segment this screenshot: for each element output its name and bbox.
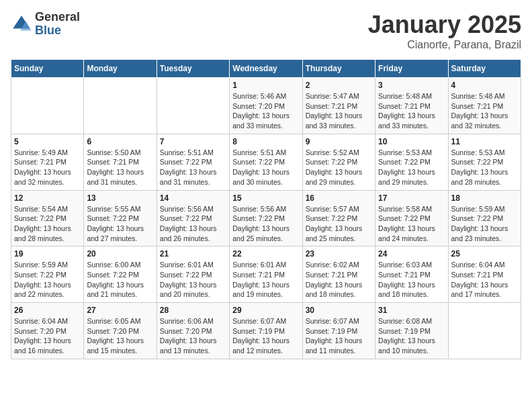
- calendar-cell: 28Sunrise: 6:06 AMSunset: 7:20 PMDayligh…: [157, 303, 229, 359]
- day-info: Sunrise: 6:04 AMSunset: 7:21 PMDaylight:…: [451, 260, 518, 300]
- day-info: Sunrise: 6:01 AMSunset: 7:22 PMDaylight:…: [160, 260, 226, 300]
- calendar-cell: 10Sunrise: 5:53 AMSunset: 7:22 PMDayligh…: [375, 134, 448, 190]
- calendar-cell: 30Sunrise: 6:07 AMSunset: 7:19 PMDayligh…: [302, 303, 375, 359]
- day-number: 2: [306, 81, 372, 90]
- title-block: January 2025 Cianorte, Parana, Brazil: [368, 11, 521, 51]
- calendar-cell: 31Sunrise: 6:08 AMSunset: 7:19 PMDayligh…: [375, 303, 448, 359]
- calendar-cell: 14Sunrise: 5:56 AMSunset: 7:22 PMDayligh…: [157, 190, 229, 246]
- logo-blue: Blue: [35, 24, 80, 38]
- calendar-cell: 11Sunrise: 5:53 AMSunset: 7:22 PMDayligh…: [448, 134, 521, 190]
- day-number: 8: [232, 137, 299, 146]
- week-row-1: 5Sunrise: 5:49 AMSunset: 7:21 PMDaylight…: [11, 134, 521, 190]
- day-info: Sunrise: 5:51 AMSunset: 7:22 PMDaylight:…: [160, 148, 226, 187]
- calendar-cell: [157, 78, 229, 134]
- day-info: Sunrise: 5:59 AMSunset: 7:22 PMDaylight:…: [14, 260, 81, 300]
- day-info: Sunrise: 6:07 AMSunset: 7:19 PMDaylight:…: [306, 316, 372, 356]
- day-info: Sunrise: 6:08 AMSunset: 7:19 PMDaylight:…: [378, 316, 445, 356]
- day-info: Sunrise: 5:46 AMSunset: 7:20 PMDaylight:…: [232, 91, 299, 131]
- day-number: 31: [378, 306, 445, 315]
- calendar-cell: 9Sunrise: 5:52 AMSunset: 7:22 PMDaylight…: [302, 134, 375, 190]
- weekday-header-saturday: Saturday: [448, 60, 521, 78]
- day-number: 25: [451, 249, 518, 259]
- calendar-header: SundayMondayTuesdayWednesdayThursdayFrid…: [11, 60, 521, 78]
- day-info: Sunrise: 5:48 AMSunset: 7:21 PMDaylight:…: [378, 91, 445, 131]
- logo-icon: [11, 13, 32, 35]
- day-info: Sunrise: 6:07 AMSunset: 7:19 PMDaylight:…: [232, 316, 299, 356]
- calendar-cell: 17Sunrise: 5:58 AMSunset: 7:22 PMDayligh…: [375, 190, 448, 246]
- day-number: 4: [451, 81, 518, 90]
- calendar-cell: 8Sunrise: 5:51 AMSunset: 7:22 PMDaylight…: [230, 134, 302, 190]
- calendar-cell: 1Sunrise: 5:46 AMSunset: 7:20 PMDaylight…: [230, 78, 302, 134]
- day-info: Sunrise: 5:51 AMSunset: 7:22 PMDaylight:…: [232, 148, 299, 187]
- weekday-header-monday: Monday: [84, 60, 157, 78]
- week-row-4: 26Sunrise: 6:04 AMSunset: 7:20 PMDayligh…: [11, 303, 521, 359]
- logo: General Blue: [11, 11, 80, 38]
- calendar-cell: 16Sunrise: 5:57 AMSunset: 7:22 PMDayligh…: [302, 190, 375, 246]
- day-info: Sunrise: 6:02 AMSunset: 7:21 PMDaylight:…: [306, 260, 372, 300]
- day-info: Sunrise: 5:53 AMSunset: 7:22 PMDaylight:…: [378, 148, 445, 187]
- day-number: 7: [160, 137, 226, 146]
- day-info: Sunrise: 5:59 AMSunset: 7:22 PMDaylight:…: [451, 204, 518, 244]
- day-number: 16: [306, 193, 372, 203]
- day-number: 17: [378, 193, 445, 203]
- day-info: Sunrise: 6:06 AMSunset: 7:20 PMDaylight:…: [160, 316, 226, 356]
- day-info: Sunrise: 5:52 AMSunset: 7:22 PMDaylight:…: [306, 148, 372, 187]
- day-info: Sunrise: 5:56 AMSunset: 7:22 PMDaylight:…: [232, 204, 299, 244]
- day-number: 12: [14, 193, 81, 203]
- calendar-cell: 19Sunrise: 5:59 AMSunset: 7:22 PMDayligh…: [11, 246, 84, 303]
- week-row-2: 12Sunrise: 5:54 AMSunset: 7:22 PMDayligh…: [11, 190, 521, 246]
- day-info: Sunrise: 5:50 AMSunset: 7:21 PMDaylight:…: [87, 148, 153, 187]
- weekday-row: SundayMondayTuesdayWednesdayThursdayFrid…: [11, 60, 521, 78]
- logo-text: General Blue: [35, 11, 80, 38]
- day-number: 24: [378, 249, 445, 259]
- week-row-3: 19Sunrise: 5:59 AMSunset: 7:22 PMDayligh…: [11, 246, 521, 303]
- calendar-cell: 15Sunrise: 5:56 AMSunset: 7:22 PMDayligh…: [230, 190, 302, 246]
- day-number: 26: [14, 306, 81, 315]
- day-number: 10: [378, 137, 445, 146]
- day-info: Sunrise: 5:49 AMSunset: 7:21 PMDaylight:…: [14, 148, 81, 187]
- calendar-cell: 24Sunrise: 6:03 AMSunset: 7:21 PMDayligh…: [375, 246, 448, 303]
- calendar-cell: 26Sunrise: 6:04 AMSunset: 7:20 PMDayligh…: [11, 303, 84, 359]
- calendar-cell: 2Sunrise: 5:47 AMSunset: 7:21 PMDaylight…: [302, 78, 375, 134]
- calendar-cell: [11, 78, 84, 134]
- day-number: 14: [160, 193, 226, 203]
- weekday-header-sunday: Sunday: [11, 60, 84, 78]
- day-number: 30: [306, 306, 372, 315]
- day-number: 27: [87, 306, 153, 315]
- day-info: Sunrise: 6:03 AMSunset: 7:21 PMDaylight:…: [378, 260, 445, 300]
- day-number: 19: [14, 249, 81, 259]
- day-info: Sunrise: 5:57 AMSunset: 7:22 PMDaylight:…: [306, 204, 372, 244]
- calendar-cell: 18Sunrise: 5:59 AMSunset: 7:22 PMDayligh…: [448, 190, 521, 246]
- day-number: 5: [14, 137, 81, 146]
- logo-general: General: [35, 11, 80, 24]
- day-info: Sunrise: 5:54 AMSunset: 7:22 PMDaylight:…: [14, 204, 81, 244]
- calendar-cell: 21Sunrise: 6:01 AMSunset: 7:22 PMDayligh…: [157, 246, 229, 303]
- calendar-cell: [448, 303, 521, 359]
- calendar-title: January 2025: [368, 11, 521, 39]
- day-info: Sunrise: 5:58 AMSunset: 7:22 PMDaylight:…: [378, 204, 445, 244]
- day-info: Sunrise: 5:56 AMSunset: 7:22 PMDaylight:…: [160, 204, 226, 244]
- calendar-cell: 5Sunrise: 5:49 AMSunset: 7:21 PMDaylight…: [11, 134, 84, 190]
- calendar-cell: 3Sunrise: 5:48 AMSunset: 7:21 PMDaylight…: [375, 78, 448, 134]
- day-info: Sunrise: 6:01 AMSunset: 7:21 PMDaylight:…: [232, 260, 299, 300]
- day-number: 3: [378, 81, 445, 90]
- day-number: 11: [451, 137, 518, 146]
- week-row-0: 1Sunrise: 5:46 AMSunset: 7:20 PMDaylight…: [11, 78, 521, 134]
- day-info: Sunrise: 6:05 AMSunset: 7:20 PMDaylight:…: [87, 316, 153, 356]
- day-number: 29: [232, 306, 299, 315]
- calendar-cell: 22Sunrise: 6:01 AMSunset: 7:21 PMDayligh…: [230, 246, 302, 303]
- calendar-cell: 25Sunrise: 6:04 AMSunset: 7:21 PMDayligh…: [448, 246, 521, 303]
- day-number: 1: [232, 81, 299, 90]
- day-number: 22: [232, 249, 299, 259]
- calendar-cell: 20Sunrise: 6:00 AMSunset: 7:22 PMDayligh…: [84, 246, 157, 303]
- day-info: Sunrise: 5:47 AMSunset: 7:21 PMDaylight:…: [306, 91, 372, 131]
- calendar-cell: 23Sunrise: 6:02 AMSunset: 7:21 PMDayligh…: [302, 246, 375, 303]
- day-info: Sunrise: 5:48 AMSunset: 7:21 PMDaylight:…: [451, 91, 518, 131]
- day-number: 6: [87, 137, 153, 146]
- calendar-body: 1Sunrise: 5:46 AMSunset: 7:20 PMDaylight…: [11, 78, 521, 359]
- calendar-cell: 4Sunrise: 5:48 AMSunset: 7:21 PMDaylight…: [448, 78, 521, 134]
- calendar-cell: [84, 78, 157, 134]
- weekday-header-wednesday: Wednesday: [230, 60, 302, 78]
- day-info: Sunrise: 5:53 AMSunset: 7:22 PMDaylight:…: [451, 148, 518, 187]
- weekday-header-friday: Friday: [375, 60, 448, 78]
